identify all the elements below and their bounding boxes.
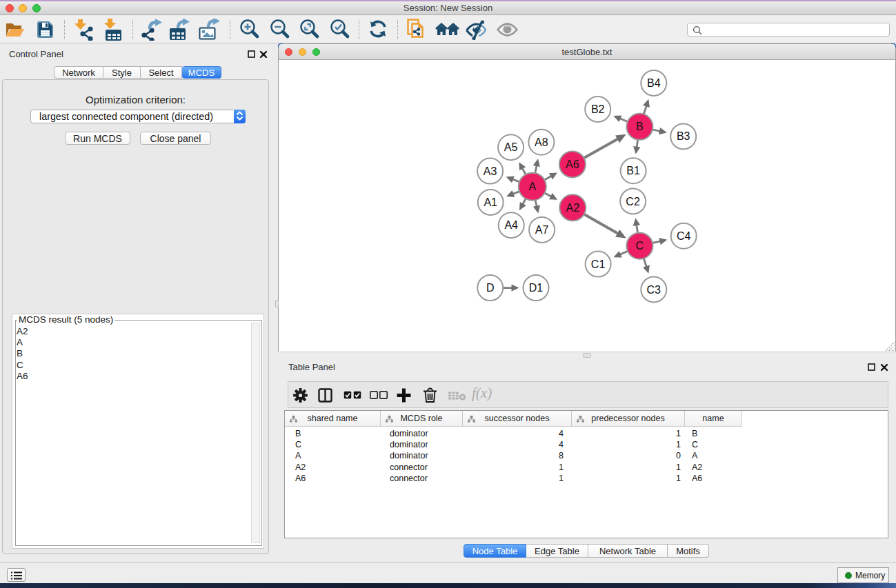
svg-text:B2: B2 (591, 103, 605, 115)
svg-text:A: A (528, 181, 536, 192)
svg-text:D1: D1 (529, 282, 544, 294)
svg-text:B4: B4 (647, 77, 661, 89)
svg-text:C3: C3 (647, 284, 661, 296)
svg-text:A4: A4 (504, 219, 518, 231)
svg-text:C4: C4 (677, 230, 691, 242)
svg-text:D: D (486, 282, 495, 294)
svg-text:C1: C1 (591, 258, 606, 270)
svg-text:A6: A6 (566, 159, 579, 170)
svg-text:C: C (636, 240, 644, 252)
svg-text:B: B (636, 121, 644, 132)
svg-text:A1: A1 (484, 196, 497, 208)
svg-text:B3: B3 (677, 130, 690, 142)
svg-text:A8: A8 (535, 136, 548, 148)
svg-text:A7: A7 (535, 224, 549, 236)
svg-text:A3: A3 (484, 165, 497, 177)
svg-text:A2: A2 (566, 202, 580, 214)
svg-text:B1: B1 (626, 165, 640, 176)
svg-text:A5: A5 (504, 141, 518, 153)
svg-text:C2: C2 (626, 196, 640, 207)
